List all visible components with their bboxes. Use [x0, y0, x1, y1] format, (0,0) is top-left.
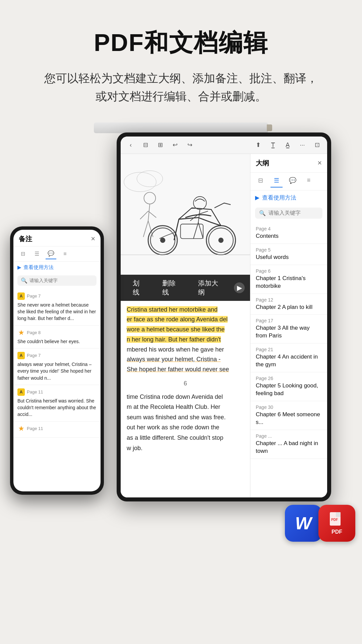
how-to-use-link[interactable]: ▶ 查看使用方法	[250, 191, 327, 205]
page-title: PDF和文档编辑	[20, 27, 342, 59]
page-number: 6	[121, 379, 250, 388]
svg-line-17	[193, 222, 198, 238]
highlight-toolbar: 划线 删除线 添加大纲 ▶	[121, 275, 250, 301]
outline-item-chapter7[interactable]: Page ... Chapter ... A bad night in town	[250, 430, 327, 459]
tab-settings[interactable]: ≡	[303, 175, 315, 187]
pdf-logo-icon: PDF	[328, 512, 345, 528]
word-app-icon[interactable]: W	[285, 505, 322, 542]
panel-tabs: ⊟ ☰ 💬 ≡	[250, 173, 327, 191]
pdf-app-icon[interactable]: PDF PDF	[318, 505, 355, 542]
tablet-content: 划线 删除线 添加大纲 ▶ Cristina started her motor…	[121, 154, 327, 497]
phone-tab-settings[interactable]: ≡	[60, 249, 70, 259]
note-item-1[interactable]: A Page 7 She never wore a helmet because…	[13, 289, 101, 326]
panel-title: 大纲	[256, 159, 269, 168]
tablet-device: ‹ ⊟ ⊞ ↩ ↪ ⬆ T̲ A̲ ··· ⊡	[117, 132, 331, 501]
phone-how-to-use[interactable]: ▶ 查看使用方法	[13, 262, 101, 273]
stylus-pencil	[94, 122, 268, 133]
outline-item-contents[interactable]: Page 4 Contents	[250, 223, 327, 244]
phone-panel-title: 备注	[19, 234, 32, 244]
outline-item-chapter3[interactable]: Page 17 Chapter 3 All the way from Paris	[250, 315, 327, 343]
close-panel-button[interactable]: ×	[317, 159, 322, 167]
phone-tab-notes[interactable]: 💬	[46, 249, 56, 259]
play-icon: ▶	[255, 194, 259, 201]
grid-icon[interactable]: ⊞	[156, 140, 165, 150]
next-highlight-icon[interactable]: ▶	[234, 282, 245, 293]
outline-item-chapter1[interactable]: Page 6 Chapter 1 Cristina's motorbike	[250, 265, 327, 294]
share-icon[interactable]: ⬆	[253, 140, 263, 150]
phone-device: 备注 × ⊟ ☰ 💬 ≡ ▶ 查看使用方法 🔍 A	[10, 226, 104, 495]
tab-comments[interactable]: 💬	[287, 175, 299, 187]
devices-container: ‹ ⊟ ⊞ ↩ ↪ ⬆ T̲ A̲ ··· ⊡	[0, 119, 362, 542]
outline-list: Page 4 Contents Page 5 Useful words Page…	[250, 221, 327, 497]
panel-header: 大纲 ×	[250, 154, 327, 173]
svg-text:PDF: PDF	[331, 518, 338, 522]
underline-button[interactable]: 划线	[126, 277, 153, 298]
word-icon-letter: W	[295, 513, 311, 533]
svg-line-16	[198, 209, 200, 222]
svg-line-6	[140, 211, 148, 219]
svg-line-4	[143, 221, 148, 237]
note-item-2[interactable]: ★ Page 8 She couldn't believe her eyes.	[13, 326, 101, 348]
top-section: PDF和文档编辑 您可以轻松为文档建立大纲、添加备注、批注、翻译， 或对文档进行…	[0, 0, 362, 119]
svg-point-0	[124, 172, 157, 192]
more-icon[interactable]: ···	[298, 140, 307, 150]
svg-line-7	[148, 211, 156, 217]
annotate-icon[interactable]: A̲	[283, 140, 292, 150]
tablet-toolbar: ‹ ⊟ ⊞ ↩ ↪ ⬆ T̲ A̲ ··· ⊡	[121, 137, 327, 154]
phone-close-button[interactable]: ×	[91, 234, 95, 243]
note-item-3[interactable]: A Page 7 always wear your helmet, Cristi…	[13, 348, 101, 385]
svg-point-13	[218, 237, 223, 243]
note-item-4[interactable]: A Page 11 But Cristina herself was worri…	[13, 385, 101, 422]
phone-tabs: ⊟ ☰ 💬 ≡	[13, 247, 101, 262]
svg-rect-23	[336, 512, 341, 517]
search-icon: 🔍	[259, 210, 266, 216]
note-icon-3: A	[17, 352, 25, 359]
outline-item-useful-words[interactable]: Page 5 Useful words	[250, 244, 327, 265]
pdf-text-lower: time Cristina rode down Avenida del m at…	[121, 388, 250, 457]
undo-icon[interactable]: ↩	[170, 140, 180, 150]
note-icon-5: ★	[17, 425, 25, 432]
layout-icon[interactable]: ⊟	[141, 140, 150, 150]
tab-outline[interactable]: ☰	[270, 175, 283, 187]
svg-point-10	[160, 237, 165, 243]
outline-item-chapter4[interactable]: Page 21 Chapter 4 An accident in the gym	[250, 343, 327, 372]
note-item-5[interactable]: ★ Page 11	[13, 422, 101, 438]
pdf-label: PDF	[331, 529, 342, 535]
phone-search-input[interactable]	[29, 278, 93, 283]
redo-icon[interactable]: ↪	[185, 140, 194, 150]
tab-layout[interactable]: ⊟	[254, 175, 266, 187]
outline-item-chapter6[interactable]: Page 30 Chapter 6 Meet someone s...	[250, 401, 327, 430]
pdf-illustration	[121, 154, 250, 275]
pdf-text-highlighted: Cristina started her motorbike and er fa…	[121, 301, 250, 379]
outline-search[interactable]: 🔍	[255, 208, 322, 219]
phone-search-icon: 🔍	[21, 277, 27, 284]
svg-point-1	[137, 171, 163, 187]
svg-point-2	[144, 192, 156, 204]
outline-item-chapter5[interactable]: Page 26 Chapter 5 Looking good, feeling …	[250, 372, 327, 401]
outline-item-chapter2[interactable]: Page 12 Chapter 2 A plan to kill	[250, 294, 327, 315]
phone-tab-layout[interactable]: ⊟	[17, 249, 28, 259]
add-outline-button[interactable]: 添加大纲	[191, 277, 231, 298]
strikethrough-button[interactable]: 删除线	[156, 277, 189, 298]
app-icons: W PDF PDF	[288, 505, 355, 542]
back-icon[interactable]: ‹	[126, 140, 135, 150]
phone-panel-header: 备注 ×	[13, 230, 101, 247]
note-icon-4: A	[17, 388, 25, 396]
outline-panel: 大纲 × ⊟ ☰ 💬 ≡ ▶ 查看使用方法 🔍	[250, 154, 327, 497]
phone-play-icon: ▶	[17, 264, 21, 270]
page-subtitle: 您可以轻松为文档建立大纲、添加备注、批注、翻译， 或对文档进行编辑、合并或删减。	[20, 69, 342, 106]
sidebar-toggle-icon[interactable]: ⊡	[312, 140, 322, 150]
phone-search[interactable]: 🔍	[17, 275, 97, 286]
outline-search-input[interactable]	[268, 210, 318, 216]
note-icon-1: A	[17, 292, 25, 300]
note-icon-2: ★	[17, 329, 25, 336]
text-edit-icon[interactable]: T̲	[268, 140, 278, 150]
pdf-viewer: 划线 删除线 添加大纲 ▶ Cristina started her motor…	[121, 154, 250, 497]
phone-tab-list[interactable]: ☰	[32, 249, 42, 259]
svg-point-15	[193, 197, 206, 210]
phone-notes-list: A Page 7 She never wore a helmet because…	[13, 288, 101, 491]
